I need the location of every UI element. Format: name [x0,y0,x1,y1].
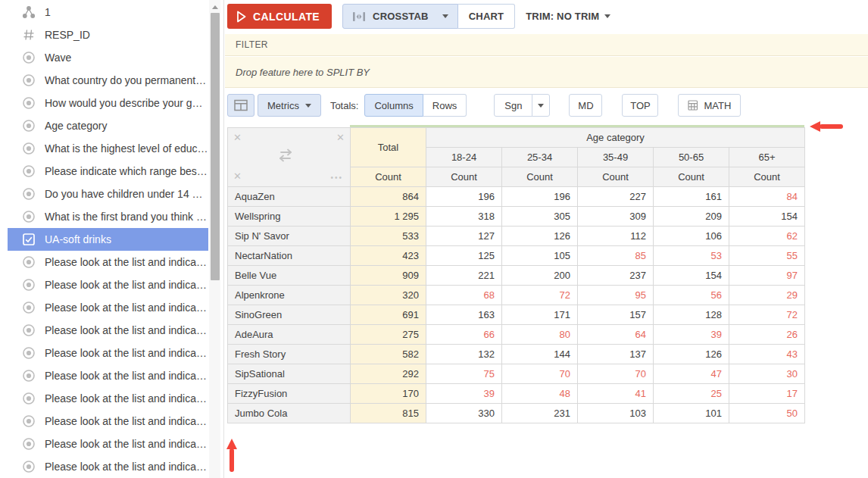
sgn-dropdown[interactable] [532,94,550,117]
math-button[interactable]: MATH [678,94,741,117]
row-label[interactable]: AdeAura [228,325,351,345]
sidebar-item[interactable]: Please look at the list and indica… [8,387,208,410]
chart-button[interactable]: CHART [458,4,516,29]
sidebar-item[interactable]: Please look at the list and indica… [8,364,208,387]
sidebar-item[interactable]: Please look at the list and indica… [8,455,208,478]
sidebar-item-label: Please look at the list and indica… [45,392,207,405]
crosstab-button[interactable]: CROSSTAB [342,4,458,29]
row-label[interactable]: FizzyFusion [228,384,351,404]
trim-dropdown[interactable]: TRIM: NO TRIM [526,4,610,29]
radio-icon [21,73,36,87]
chevron-down-icon [604,14,610,18]
radio-icon [21,187,36,201]
row-label[interactable]: SinoGreen [228,305,351,325]
radio-icon [21,301,36,314]
scrollbar-thumb[interactable] [211,13,220,280]
value-cell: 64 [578,325,654,345]
count-header: Count [729,167,805,187]
splitby-dropzone[interactable]: Drop feature here to SPLIT BY [225,57,868,88]
metrics-dropdown[interactable]: Metrics [258,94,321,117]
sidebar-item[interactable]: Age category [8,114,208,137]
sidebar-item[interactable]: What is the first brand you think … [8,205,208,228]
row-label[interactable]: Sip N' Savor [228,227,351,246]
sidebar-scrollbar[interactable] [209,0,220,478]
value-cell: 39 [654,325,729,345]
totals-rows-toggle[interactable]: Rows [423,94,467,117]
radio-icon [21,96,36,110]
value-cell: 48 [502,384,578,404]
column-header[interactable]: 25-34 [502,148,578,167]
row-label[interactable]: Fresh Story [228,345,351,364]
calculate-button[interactable]: CALCULATE [227,4,332,29]
sidebar-item-label: RESP_ID [45,29,90,41]
total-cell: 170 [351,384,426,404]
filter-dropzone[interactable]: FILTER [225,34,868,56]
sidebar-item[interactable]: Do you have children under 14 w… [8,183,208,205]
row-label[interactable]: Belle Vue [228,266,351,286]
crosstab-icon [352,11,366,22]
value-cell: 53 [654,246,729,266]
column-header[interactable]: 18-24 [426,148,502,167]
sidebar-item[interactable]: RESP_ID [8,23,208,46]
radio-icon [21,210,36,223]
row-label[interactable]: Jumbo Cola [228,404,351,423]
value-cell: 25 [654,384,729,404]
row-label[interactable]: NectarNation [228,246,351,266]
sidebar-item[interactable]: Please look at the list and indica… [8,410,208,433]
sidebar-item[interactable]: Please look at the list and indica… [8,319,208,342]
sidebar-item[interactable]: What is the highest level of educ… [8,137,208,160]
swap-axes-icon[interactable] [275,148,296,164]
sidebar-item[interactable]: How would you describe your ge… [8,92,208,114]
remove-metric-icon[interactable]: ✕ [233,171,242,181]
value-cell: 97 [729,266,805,286]
sidebar-item[interactable]: What country do you permanentl… [8,69,208,92]
totals-label: Totals: [330,94,359,117]
more-options-icon[interactable]: ••• [330,173,343,182]
sidebar-item[interactable]: UA-soft drinks [8,228,208,251]
sidebar-item[interactable]: 1 [8,1,208,23]
sidebar-item[interactable]: Please look at the list and indica… [8,342,208,364]
count-header: Count [426,167,502,187]
sidebar-item[interactable]: Please indicate which range bes… [8,160,208,183]
scroll-up-icon[interactable] [212,5,218,9]
value-cell: 128 [654,305,729,325]
radio-icon [21,278,36,292]
chevron-down-icon [538,104,544,108]
sidebar-item[interactable]: Please look at the list and indica… [8,251,208,273]
total-cell: 423 [351,246,426,266]
total-cell: 909 [351,266,426,286]
row-label[interactable]: Wellspring [228,207,351,227]
annotation-arrow-up [226,439,237,472]
sidebar-item-label: What country do you permanentl… [45,74,208,86]
row-label[interactable]: AquaZen [228,187,351,207]
value-cell: 221 [426,266,502,286]
value-cell: 72 [502,286,578,305]
value-cell: 70 [578,364,654,384]
table-row: Sip N' Savor 533 127 126 112 106 62 [228,227,805,246]
column-header[interactable]: 35-49 [578,148,654,167]
age-category-header[interactable]: Age category [426,128,805,148]
row-label[interactable]: SipSational [228,364,351,384]
remove-columns-icon[interactable]: ✕ [336,133,345,142]
sidebar-item[interactable]: Wave [8,46,208,69]
row-label[interactable]: Alpenkrone [228,286,351,305]
md-button[interactable]: MD [569,94,602,117]
sidebar-item[interactable]: Please look at the list and indica… [8,296,208,319]
value-cell: 200 [502,266,578,286]
totals-columns-toggle[interactable]: Columns [364,94,423,117]
value-cell: 305 [502,207,578,227]
sidebar-item[interactable]: Please look at the list and indica… [8,273,208,296]
column-header[interactable]: 65+ [729,148,805,167]
table-layout-button[interactable] [227,94,254,117]
sgn-button[interactable]: Sgn [494,94,532,117]
sidebar: 1 RESP_ID Wave What country do you perma… [0,0,224,478]
chevron-down-icon [442,14,448,18]
total-cell: 582 [351,345,426,364]
sidebar-item[interactable]: Please look at the list and indica… [8,433,208,455]
table-row: AdeAura 275 66 80 64 39 26 [228,325,805,345]
top-button[interactable]: TOP [622,94,658,117]
column-header[interactable]: 50-65 [654,148,729,167]
sidebar-item-label: What is the first brand you think … [45,211,207,223]
sidebar-item-label: Age category [45,120,108,132]
remove-rows-icon[interactable]: ✕ [233,133,242,142]
